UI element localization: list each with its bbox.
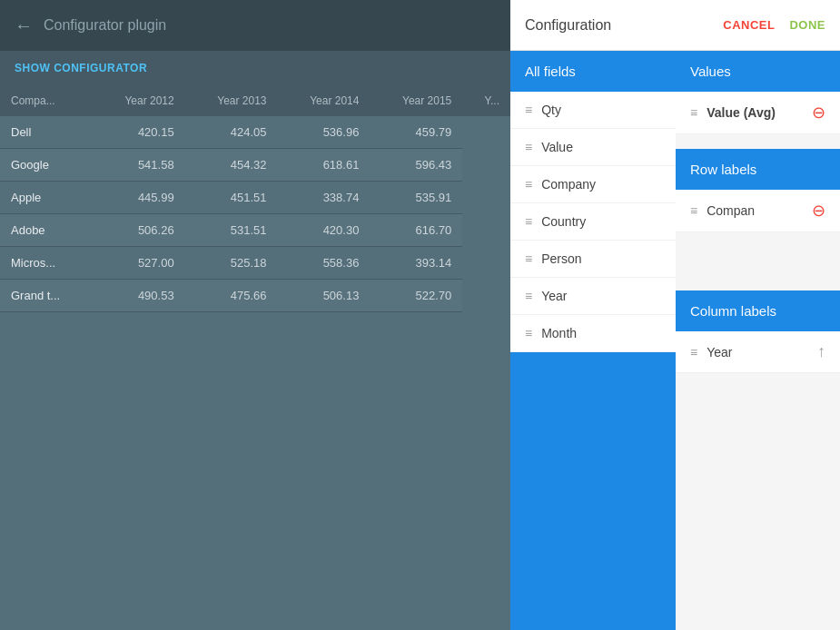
table-cell: 506.26 bbox=[93, 214, 185, 247]
table-cell: 420.30 bbox=[278, 214, 371, 247]
table-cell: Adobe bbox=[0, 214, 93, 247]
table-cell: 525.18 bbox=[185, 247, 278, 280]
table-cell: 536.96 bbox=[278, 116, 371, 149]
table-cell: 393.14 bbox=[370, 247, 462, 280]
table-cell: 454.32 bbox=[185, 149, 278, 182]
config-title: Configuration bbox=[525, 17, 611, 34]
drag-icon: ≡ bbox=[690, 204, 697, 217]
table-row: Dell420.15424.05536.96459.79 bbox=[0, 116, 510, 149]
row-labels-list: ≡Compan⊖ bbox=[676, 190, 840, 232]
field-label: Country bbox=[541, 214, 586, 229]
drag-icon: ≡ bbox=[525, 252, 532, 265]
table-cell: 490.53 bbox=[93, 280, 185, 312]
table-cell: 596.43 bbox=[370, 149, 462, 182]
table-cell: Dell bbox=[0, 116, 93, 149]
table-row: Micros...527.00525.18558.36393.14 bbox=[0, 247, 510, 280]
col-label-label: Year bbox=[707, 345, 732, 359]
table-cell: Apple bbox=[0, 182, 93, 214]
drag-icon: ≡ bbox=[525, 327, 532, 340]
table-cell: 541.58 bbox=[93, 149, 185, 182]
back-icon[interactable]: ← bbox=[15, 15, 33, 36]
left-panel: ← Configurator plugin SHOW CONFIGURATOR … bbox=[0, 0, 510, 630]
all-fields-item[interactable]: ≡Qty bbox=[510, 92, 676, 129]
row-labels-header: Row labels bbox=[676, 149, 840, 190]
table-cell: 445.99 bbox=[93, 182, 185, 214]
col-header-year2013: Year 2013 bbox=[185, 85, 278, 116]
remove-icon[interactable]: ⊖ bbox=[812, 103, 825, 123]
remove-icon[interactable]: ⊖ bbox=[812, 201, 825, 221]
field-label: Value bbox=[541, 140, 573, 154]
table-cell: 424.05 bbox=[185, 116, 278, 149]
table-cell: Grand t... bbox=[0, 280, 93, 312]
right-panel: Configuration CANCEL DONE All fields ≡Qt… bbox=[510, 0, 840, 630]
all-fields-list: ≡Qty≡Value≡Company≡Country≡Person≡Year≡M… bbox=[510, 92, 676, 352]
show-configurator-button[interactable]: SHOW CONFIGURATOR bbox=[0, 51, 510, 85]
table-cell: Google bbox=[0, 149, 93, 182]
table-cell: 618.61 bbox=[278, 149, 371, 182]
table-row: Adobe506.26531.51420.30616.70 bbox=[0, 214, 510, 247]
table-cell: 420.15 bbox=[93, 116, 185, 149]
spacer-5 bbox=[676, 276, 840, 290]
table-cell: 616.70 bbox=[370, 214, 462, 247]
column-labels-item: ≡Year↑ bbox=[676, 331, 840, 373]
all-fields-item[interactable]: ≡Company bbox=[510, 166, 676, 203]
field-label: Qty bbox=[541, 103, 561, 117]
col-header-year2015: Year 2015 bbox=[370, 85, 462, 116]
values-column: Values ≡Value (Avg)⊖ Row labels ≡Compan⊖… bbox=[676, 51, 840, 630]
spacer-1 bbox=[676, 134, 840, 149]
drag-icon: ≡ bbox=[525, 178, 532, 191]
all-fields-column: All fields ≡Qty≡Value≡Company≡Country≡Pe… bbox=[510, 51, 676, 630]
row-labels-item: ≡Compan⊖ bbox=[676, 190, 840, 232]
all-fields-item[interactable]: ≡Year bbox=[510, 278, 676, 315]
spacer-4 bbox=[676, 261, 840, 276]
table-cell: 338.74 bbox=[278, 182, 371, 214]
table-cell: 531.51 bbox=[185, 214, 278, 247]
drag-icon: ≡ bbox=[525, 103, 532, 116]
table-cell: 475.66 bbox=[185, 280, 278, 312]
table-cell: 506.13 bbox=[278, 280, 371, 312]
all-fields-item[interactable]: ≡Person bbox=[510, 241, 676, 278]
column-labels-header: Column labels bbox=[676, 290, 840, 331]
left-header: ← Configurator plugin bbox=[0, 0, 510, 51]
values-header: Values bbox=[676, 51, 840, 92]
table-cell: 451.51 bbox=[185, 182, 278, 214]
table-row: Grand t...490.53475.66506.13522.70 bbox=[0, 280, 510, 312]
app-title: Configurator plugin bbox=[44, 17, 166, 34]
header-actions: CANCEL DONE bbox=[723, 18, 825, 32]
table-header-row: Compa... Year 2012 Year 2013 Year 2014 Y… bbox=[0, 85, 510, 116]
col-header-year2012: Year 2012 bbox=[93, 85, 185, 116]
drag-icon: ≡ bbox=[690, 106, 697, 119]
value-label: Value (Avg) bbox=[707, 105, 776, 120]
table-cell: 527.00 bbox=[93, 247, 185, 280]
column-labels-list: ≡Year↑ bbox=[676, 331, 840, 373]
col-header-more: Y... bbox=[462, 85, 510, 116]
cancel-button[interactable]: CANCEL bbox=[723, 18, 775, 32]
spacer-2 bbox=[676, 232, 840, 247]
drag-icon: ≡ bbox=[525, 290, 532, 302]
values-list: ≡Value (Avg)⊖ bbox=[676, 92, 840, 134]
drag-icon: ≡ bbox=[525, 141, 532, 153]
table-cell: 558.36 bbox=[278, 247, 371, 280]
table-row: Apple445.99451.51338.74535.91 bbox=[0, 182, 510, 214]
row-label-label: Compan bbox=[707, 203, 755, 218]
table-cell: 522.70 bbox=[370, 280, 462, 312]
table-cell: 535.91 bbox=[370, 182, 462, 214]
all-fields-item[interactable]: ≡Month bbox=[510, 315, 676, 352]
all-fields-item[interactable]: ≡Country bbox=[510, 203, 676, 241]
values-item: ≡Value (Avg)⊖ bbox=[676, 92, 840, 134]
col-header-company: Compa... bbox=[0, 85, 93, 116]
field-label: Year bbox=[541, 289, 567, 303]
drag-icon: ≡ bbox=[690, 346, 697, 359]
all-fields-header: All fields bbox=[510, 51, 676, 92]
right-header: Configuration CANCEL DONE bbox=[510, 0, 840, 51]
done-button[interactable]: DONE bbox=[789, 18, 825, 32]
panels-container: All fields ≡Qty≡Value≡Company≡Country≡Pe… bbox=[510, 51, 840, 630]
up-arrow-icon[interactable]: ↑ bbox=[817, 342, 825, 361]
table-cell: Micros... bbox=[0, 247, 93, 280]
all-fields-item[interactable]: ≡Value bbox=[510, 129, 676, 166]
table-row: Google541.58454.32618.61596.43 bbox=[0, 149, 510, 182]
table-cell: 459.79 bbox=[370, 116, 462, 149]
field-label: Person bbox=[541, 251, 581, 266]
data-table: Compa... Year 2012 Year 2013 Year 2014 Y… bbox=[0, 85, 510, 312]
drag-icon: ≡ bbox=[525, 215, 532, 228]
